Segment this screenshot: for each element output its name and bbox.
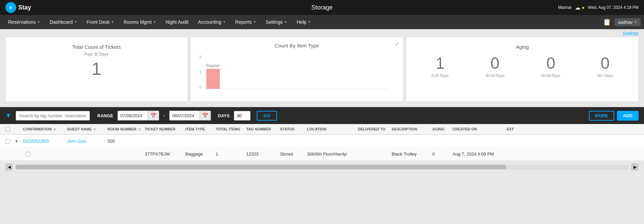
aging-numbers: 1 0-29 Days 0 30-59 Days 0 60-89 Days 0 …: [413, 55, 631, 78]
date-to-calendar-button[interactable]: 📅: [199, 111, 211, 120]
aging-value-30-59: 0: [490, 55, 500, 72]
col-header-confirmation: CONFIRMATION ⇅: [23, 127, 67, 131]
col-header-ext: EXT: [507, 127, 520, 131]
date-from-input[interactable]: [118, 111, 147, 120]
chart-x-line: [206, 89, 388, 89]
sub-row-createdon: Aug 7, 2024 4:09 PM: [453, 151, 507, 157]
total-tickets-subtitle: Past 30 Days: [13, 52, 181, 57]
confirmation-link[interactable]: DG5D5Z2RS: [23, 139, 49, 144]
nav-item-front-desk[interactable]: Front Desk ▼: [82, 15, 119, 29]
bar-baggage: [206, 69, 220, 89]
row-guest: John Doe: [67, 139, 108, 144]
col-header-room: ROOM NUMBER ⇅: [108, 127, 145, 131]
aging-label-90plus: 90+ Days: [597, 74, 613, 78]
select-all-checkbox[interactable]: [5, 127, 10, 131]
chevron-down-icon: ▼: [253, 20, 256, 24]
nav-item-reservations[interactable]: Reservations ▼: [3, 15, 45, 29]
date-from-group: 📅: [117, 110, 159, 121]
sort-icon[interactable]: ⇅: [93, 128, 96, 131]
sub-row-status: Stored: [280, 151, 307, 157]
date-to-input[interactable]: [169, 111, 199, 120]
chevron-down-icon: ▼: [37, 20, 40, 24]
table-sub-row: 37TPX7BJW Baggage 1 12323 Stored 306/6th…: [0, 148, 644, 161]
search-input[interactable]: [16, 111, 90, 121]
sub-row-checkbox[interactable]: [26, 152, 30, 157]
col-header-itemtype: ITEM TYPE: [185, 127, 216, 131]
row-expand-cell[interactable]: ▾: [16, 139, 23, 144]
user-badge[interactable]: aadhav ▼: [615, 18, 641, 26]
expand-icon[interactable]: ⤢: [395, 41, 399, 47]
nav-item-accounting[interactable]: Accounting ▼: [193, 15, 230, 29]
row-checkbox[interactable]: [5, 139, 10, 144]
col-header-location: LOCATION: [307, 127, 358, 131]
top-bar: e Stay Storage Mannai ☁ ● Wed, Aug 07, 2…: [0, 0, 644, 15]
nav-item-help[interactable]: Help ▼: [292, 15, 316, 29]
add-button[interactable]: ADD: [617, 111, 639, 121]
aging-col-60-89: 0 60-89 Days: [541, 55, 560, 78]
scroll-bar-area: ◀ ▶: [0, 161, 644, 174]
total-tickets-title: Total Count of Tickets: [13, 44, 181, 50]
col-header-delivered: DELIVERED TO: [358, 127, 392, 131]
aging-label-0-29: 0-29 Days: [432, 74, 448, 78]
sub-row-location: 306/6th Floor/Hardy/: [307, 151, 358, 157]
chevron-down-icon: ▼: [223, 20, 226, 24]
chart-area: 2 1 0 Baggage: [196, 52, 398, 96]
logo-area[interactable]: e Stay: [5, 2, 31, 13]
bar-group-baggage: Baggage: [206, 64, 220, 89]
aging-value-60-89: 0: [546, 55, 555, 72]
total-tickets-card: Total Count of Tickets Past 30 Days 1: [5, 37, 188, 102]
nav-right: 📋 aadhav ▼: [603, 18, 641, 26]
days-input[interactable]: [234, 111, 251, 121]
sort-icon[interactable]: ⇅: [138, 128, 141, 131]
total-tickets-value: 1: [13, 60, 181, 78]
filter-right-buttons: MORE ADD: [589, 111, 639, 121]
user-name-top: Mannai: [558, 5, 571, 10]
col-header-ticket: TICKET NUMBER: [145, 127, 185, 131]
sub-row-confirmation-spacer: [23, 152, 67, 157]
sub-row-ticket: 37TPX7BJW: [145, 151, 185, 157]
settings-link[interactable]: Settings: [623, 30, 639, 36]
nav-item-settings[interactable]: Settings ▼: [261, 15, 292, 29]
row-confirmation: DG5D5Z2RS: [23, 139, 67, 144]
chevron-down-icon: ▼: [308, 20, 311, 24]
cards-row: Total Count of Tickets Past 30 Days 1 Co…: [0, 37, 644, 107]
nav-item-rooms-mgmt[interactable]: Rooms Mgmt ▼: [119, 15, 161, 29]
aging-col-30-59: 0 30-59 Days: [485, 55, 504, 78]
more-button[interactable]: MORE: [589, 111, 614, 121]
guest-link[interactable]: John Doe: [67, 139, 86, 144]
y-label-1: 1: [200, 70, 202, 74]
aging-col-0-29: 1 0-29 Days: [432, 55, 448, 78]
horizontal-scrollbar[interactable]: [16, 165, 628, 169]
chevron-down-icon: ▼: [153, 20, 156, 24]
scroll-left-button[interactable]: ◀: [5, 163, 13, 171]
nav-item-dashboard[interactable]: Dashboard ▼: [45, 15, 82, 29]
col-header-totalitems: TOTAL ITEMS: [216, 127, 246, 131]
clipboard-icon[interactable]: 📋: [603, 18, 611, 26]
chevron-down-icon: ▼: [284, 20, 287, 24]
sub-row-tagnumber: 12323: [246, 151, 280, 157]
user-badge-label: aadhav: [618, 20, 632, 25]
nav-item-reports[interactable]: Reports ▼: [231, 15, 261, 29]
row-checkbox-cell: [5, 139, 16, 144]
range-label: RANGE: [97, 113, 113, 118]
sort-icon[interactable]: ⇅: [53, 128, 56, 131]
page-title: Storage: [311, 4, 332, 11]
table-header: CONFIRMATION ⇅ GUEST NAME ⇅ ROOM NUMBER …: [0, 124, 644, 135]
cloud-icon: ☁: [575, 4, 580, 11]
filter-icon[interactable]: ▼: [5, 112, 12, 119]
sub-row-description: Black Trolley: [392, 151, 432, 157]
aging-value-0-29: 1: [436, 55, 445, 72]
date-separator: -: [163, 113, 165, 119]
chevron-down-icon: ▼: [634, 20, 637, 24]
go-button[interactable]: GO: [257, 111, 277, 121]
nav-item-night-audit[interactable]: Night Audit: [161, 15, 193, 29]
y-label-2: 2: [200, 55, 202, 59]
date-from-calendar-button[interactable]: 📅: [147, 111, 159, 120]
date-to-group: 📅: [169, 110, 211, 121]
sun-icon: ●: [582, 5, 584, 10]
logo-icon: e: [5, 2, 16, 13]
aging-label-60-89: 60-89 Days: [541, 74, 560, 78]
row-room: 500: [108, 139, 145, 144]
scroll-right-button[interactable]: ▶: [631, 163, 639, 171]
chart-card: Count By Item Type ⤢ 2 1 0 Baggage: [190, 37, 404, 102]
